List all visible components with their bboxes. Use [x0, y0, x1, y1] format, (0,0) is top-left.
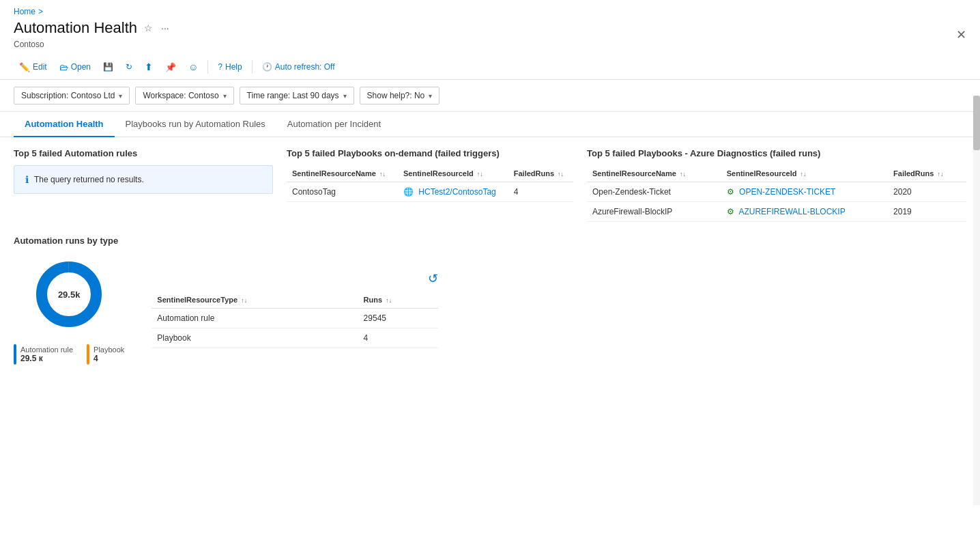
no-results-box: ℹ The query returned no results. [14, 165, 273, 194]
runs-cell: 29545 [358, 309, 439, 328]
rn-cell: Open-Zendesk-Ticket [587, 182, 721, 202]
toolbar: ✏️ Edit 🗁 Open 💾 ↻ ⬆ 📌 ☺ ? Help 🕐 [0, 55, 980, 80]
top-middle-table: SentinelResourceName ↑↓ SentinelResource… [287, 165, 573, 202]
chevron-down-icon: ▾ [119, 92, 122, 100]
legend-bar-orange [87, 344, 89, 365]
sort-icon: ↑↓ [558, 171, 564, 178]
fr-cell: 2020 [888, 182, 966, 202]
rid-link[interactable]: OPEN-ZENDESK-TICKET [739, 187, 835, 197]
breadcrumb-separator: > [38, 7, 43, 16]
col-runs-header[interactable]: Runs ↑↓ [358, 292, 439, 309]
toolbar-divider [207, 60, 208, 74]
pin-button[interactable]: 📌 [160, 59, 182, 75]
toolbar-divider-2 [252, 60, 253, 74]
col-type-header[interactable]: SentinelResourceType ↑↓ [152, 292, 358, 309]
col-resource-id-header[interactable]: SentinelResourceId ↑↓ [398, 165, 508, 182]
filters-bar: Subscription: Contoso Ltd ▾ Workspace: C… [0, 80, 980, 112]
top-right-section: Top 5 failed Playbooks - Azure Diagnosti… [587, 148, 966, 222]
col-failed-runs-header[interactable]: FailedRuns ↑↓ [508, 165, 573, 182]
sort-icon: ↑↓ [801, 171, 807, 178]
scrollbar-thumb[interactable] [973, 96, 980, 150]
top-left-section: Top 5 failed Automation rules ℹ The quer… [14, 148, 273, 222]
rid-cell: ⚙ AZUREFIREWALL-BLOCKIP [721, 202, 888, 222]
tabs-bar: Automation Health Playbooks run by Autom… [0, 112, 980, 137]
main-content: Top 5 failed Automation rules ℹ The quer… [0, 137, 980, 551]
chevron-down-icon: ▾ [429, 92, 432, 100]
tab-automation-health[interactable]: Automation Health [14, 112, 115, 137]
playbook-icon-green: ⚙ [727, 187, 734, 197]
auto-refresh-button[interactable]: 🕐 Auto refresh: Off [257, 59, 341, 74]
legend-label-playbook: Playbook [93, 345, 124, 354]
legend-automation-rule: Automation rule 29.5 к [14, 344, 73, 365]
playbook-icon-green-2: ⚙ [727, 207, 734, 216]
workspace-filter[interactable]: Workspace: Contoso ▾ [135, 87, 233, 104]
help-button[interactable]: ? Help [212, 59, 247, 74]
sort-icon: ↑↓ [937, 171, 943, 178]
emoji-icon: ☺ [188, 61, 198, 72]
page-subtitle: Contoso [0, 40, 980, 55]
legend-label-automation: Automation rule [20, 345, 73, 354]
bottom-title: Automation runs by type [14, 236, 966, 246]
table-row: ContosoTag 🌐 HCTest2/ContosoTag 4 [287, 182, 573, 202]
top-right-title: Top 5 failed Playbooks - Azure Diagnosti… [587, 148, 966, 158]
auto-refresh-icon: 🕐 [262, 62, 272, 72]
legend-value-playbook: 4 [93, 354, 124, 363]
sort-icon: ↑↓ [386, 297, 392, 304]
col-resource-name-header[interactable]: SentinelResourceName ↑↓ [287, 165, 398, 182]
col-rn-header[interactable]: SentinelResourceName ↑↓ [587, 165, 721, 182]
rid-link[interactable]: AZUREFIREWALL-BLOCKIP [738, 207, 845, 216]
legend-playbook: Playbook 4 [87, 344, 124, 365]
sort-icon: ↑↓ [379, 171, 386, 178]
edit-icon: ✏️ [19, 62, 30, 72]
top-middle-title: Top 5 failed Playbooks on-demand (failed… [287, 148, 573, 158]
sort-icon: ↑↓ [680, 171, 686, 178]
tab-automation-per-incident[interactable]: Automation per Incident [276, 112, 392, 137]
resource-id-link[interactable]: HCTest2/ContosoTag [418, 187, 495, 197]
type-cell: Automation rule [152, 309, 358, 328]
chevron-down-icon: ▾ [223, 92, 227, 100]
emoji-button[interactable]: ☺ [183, 59, 203, 75]
sort-icon: ↑↓ [241, 297, 247, 304]
loading-indicator: ↺ [152, 270, 438, 286]
donut-label: 29.5k [58, 289, 81, 300]
close-button[interactable]: ✕ [956, 27, 966, 42]
show-help-filter[interactable]: Show help?: No ▾ [360, 87, 440, 104]
tab-playbooks-run[interactable]: Playbooks run by Automation Rules [115, 112, 276, 137]
donut-container: 29.5k Automation rule 29.5 к [14, 257, 124, 365]
page-title: Automation Health [14, 19, 137, 37]
top-middle-section: Top 5 failed Playbooks on-demand (failed… [287, 148, 573, 222]
subscription-filter[interactable]: Subscription: Contoso Ltd ▾ [14, 87, 130, 104]
pin-icon: 📌 [165, 62, 176, 72]
refresh-icon: ↻ [126, 62, 132, 72]
failed-runs-cell: 4 [508, 182, 573, 202]
open-icon: 🗁 [59, 62, 68, 72]
time-range-filter[interactable]: Time range: Last 90 days ▾ [240, 87, 354, 104]
help-icon: ? [218, 62, 222, 72]
sort-icon: ↑↓ [477, 171, 483, 178]
col-rid-header[interactable]: SentinelResourceId ↑↓ [721, 165, 888, 182]
bottom-section: Automation runs by type 29.5k [14, 236, 966, 365]
chevron-down-icon: ▾ [343, 92, 347, 100]
pin-title-button[interactable]: ☆ [143, 21, 154, 35]
col-fr-header[interactable]: FailedRuns ↑↓ [888, 165, 966, 182]
legend-value-automation: 29.5 к [20, 354, 73, 363]
resource-name-cell: ContosoTag [287, 182, 398, 202]
edit-button[interactable]: ✏️ Edit [14, 59, 53, 75]
runs-cell: 4 [358, 328, 439, 348]
breadcrumb-home[interactable]: Home [14, 7, 35, 16]
fr-cell: 2019 [888, 202, 966, 222]
more-options-button[interactable]: ··· [160, 21, 171, 35]
table-row: Automation rule 29545 [152, 309, 438, 328]
top-left-title: Top 5 failed Automation rules [14, 148, 273, 158]
save-button[interactable]: 💾 [98, 59, 119, 74]
top-right-table: SentinelResourceName ↑↓ SentinelResource… [587, 165, 966, 222]
rn-cell: AzureFirewall-BlockIP [587, 202, 721, 222]
playbook-globe-icon: 🌐 [403, 187, 414, 197]
upgrade-button[interactable]: ⬆ [139, 59, 158, 75]
bottom-table-section: ↺ SentinelResourceType ↑↓ Runs [152, 257, 438, 348]
rid-cell: ⚙ OPEN-ZENDESK-TICKET [721, 182, 888, 202]
table-row: Playbook 4 [152, 328, 438, 348]
open-button[interactable]: 🗁 Open [54, 59, 96, 75]
refresh-button[interactable]: ↻ [120, 59, 138, 74]
scrollbar[interactable] [973, 96, 980, 505]
